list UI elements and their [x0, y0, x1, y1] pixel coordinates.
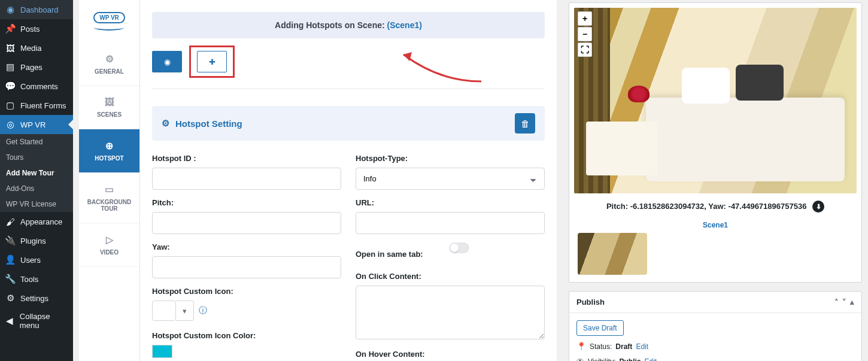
sidebar-label: Posts — [20, 25, 40, 34]
visibility-value: Public — [619, 357, 641, 362]
publish-title: Publish — [576, 298, 605, 307]
key-icon: 📍 — [576, 342, 586, 351]
svg-marker-0 — [403, 52, 412, 61]
preview-controls: + − ⛶ — [578, 11, 592, 57]
label-hotspot-id: Hotspot ID : — [152, 154, 341, 163]
status-row: 📍 Status: Draft Edit — [576, 342, 854, 351]
sidebar-item-appearance[interactable]: 🖌Appearance — [0, 212, 73, 231]
gear-icon: ⚙ — [83, 53, 136, 65]
submenu-get-started[interactable]: Get Started — [0, 134, 73, 150]
eye-icon: 👁 — [576, 357, 584, 361]
sidebar-item-plugins[interactable]: 🔌Plugins — [0, 231, 73, 250]
tab-label: HOTSPOT — [95, 155, 123, 162]
sidebar-label: Settings — [20, 294, 48, 303]
pin-icon: 📌 — [5, 23, 16, 34]
sidebar-item-comments[interactable]: 💬Comments — [0, 77, 73, 96]
tab-hotspot[interactable]: ⊕HOTSPOT — [79, 129, 139, 173]
sidebar-item-wp-vr[interactable]: ◎WP VR — [0, 115, 73, 134]
tab-scenes[interactable]: 🖼SCENES — [79, 86, 139, 129]
title-text: Hotspot Setting — [175, 119, 242, 129]
caret-up-icon[interactable]: ▴ — [850, 298, 854, 307]
preview-panorama[interactable]: + − ⛶ — [574, 8, 857, 193]
sidebar-item-dashboard[interactable]: ◉Dashboard — [0, 0, 73, 19]
on-click-textarea[interactable] — [356, 286, 545, 339]
label-icon-color: Hotspot Custom Icon Color: — [152, 331, 341, 340]
submenu-addons[interactable]: Add-Ons — [0, 181, 73, 196]
field-pitch: Pitch: — [152, 198, 341, 234]
color-swatch[interactable] — [152, 345, 172, 358]
publish-body: Save Draft 📍 Status: Draft Edit 👁 Visibi… — [569, 313, 861, 361]
tab-general[interactable]: ⚙GENERAL — [79, 43, 139, 86]
sidebar-item-fluent-forms[interactable]: ▢Fluent Forms — [0, 96, 73, 115]
pitch-label: Pitch: — [606, 202, 630, 211]
icon-picker-box[interactable] — [152, 301, 176, 321]
label-yaw: Yaw: — [152, 242, 341, 251]
hotspot-id-input[interactable] — [152, 168, 341, 190]
label-url: URL: — [356, 198, 545, 207]
label-on-click: On Click Content: — [356, 272, 545, 281]
sidebar-item-settings[interactable]: ⚙Settings — [0, 289, 73, 308]
chevron-up-icon[interactable]: ˄ — [834, 298, 839, 307]
publish-header-controls: ˄ ˅ ▴ — [834, 298, 854, 307]
form-right-column: Hotspot-Type: Info URL: Open in same tab… — [356, 154, 545, 361]
sidebar-item-collapse[interactable]: ◀Collapse menu — [0, 308, 73, 334]
sidebar-label: Collapse menu — [20, 312, 68, 330]
adding-hotspot-banner: Adding Hotspots on Scene: (Scene1) — [152, 12, 545, 38]
pitch-input[interactable] — [152, 212, 341, 234]
field-custom-icon: Hotspot Custom Icon: ▾ ⓘ — [152, 287, 341, 323]
tab-video[interactable]: ▷VIDEO — [79, 223, 139, 267]
scene-thumbnail[interactable] — [578, 233, 647, 275]
plugin-logo: WP VR — [87, 0, 131, 43]
download-coords-button[interactable]: ⬇ — [812, 201, 824, 213]
url-input[interactable] — [356, 212, 545, 234]
icon-picker-dropdown[interactable]: ▾ — [176, 301, 194, 321]
annotation-arrow-icon — [391, 45, 487, 93]
zoom-out-button[interactable]: − — [578, 27, 592, 41]
publish-metabox: Publish ˄ ˅ ▴ Save Draft 📍 Status: Draft… — [569, 291, 862, 361]
visibility-edit-link[interactable]: Edit — [644, 357, 657, 362]
wp-admin-sidebar: ◉Dashboard 📌Posts 🖼Media ▤Pages 💬Comment… — [0, 0, 73, 361]
add-hotspot-button[interactable]: ✚ — [197, 51, 227, 72]
hotspot-setting-title: ⚙Hotspot Setting — [162, 118, 242, 129]
status-value: Draft — [615, 342, 632, 351]
pitch-value: -6.181528623094732 — [630, 202, 705, 211]
yaw-input[interactable] — [152, 256, 341, 278]
sidebar-item-media[interactable]: 🖼Media — [0, 38, 73, 57]
sidebar-item-posts[interactable]: 📌Posts — [0, 19, 73, 38]
submenu-add-new-tour[interactable]: Add New Tour — [0, 165, 73, 181]
field-on-click: On Click Content: — [356, 272, 545, 341]
submenu-license[interactable]: WP VR License — [0, 196, 73, 212]
sidebar-label: Media — [20, 44, 41, 53]
field-icon-color: Hotspot Custom Icon Color: — [152, 331, 341, 360]
device-icon: ▭ — [83, 184, 136, 195]
logo-swoosh-icon — [94, 25, 124, 31]
video-icon: ▷ — [83, 234, 136, 245]
submenu-tours[interactable]: Tours — [0, 150, 73, 165]
tab-background-tour[interactable]: ▭BACKGROUND TOUR — [79, 173, 139, 223]
field-open-same-tab: Open in same tab: — [356, 242, 545, 263]
hotspot-tab-active[interactable]: ◉ — [152, 51, 182, 72]
chevron-down-icon[interactable]: ˅ — [842, 298, 846, 307]
wrench-icon: 🔧 — [5, 274, 16, 284]
scene-thumbnail-label[interactable]: Scene1 — [574, 221, 857, 229]
open-same-tab-toggle[interactable] — [449, 242, 469, 253]
editor-panel: Adding Hotspots on Scene: (Scene1) ◉ ✚ ⚙… — [140, 0, 557, 361]
vertical-tabs: WP VR ⚙GENERAL 🖼SCENES ⊕HOTSPOT ▭BACKGRO… — [79, 0, 140, 361]
sidebar-item-tools[interactable]: 🔧Tools — [0, 269, 73, 289]
info-icon[interactable]: ⓘ — [199, 305, 207, 316]
form-left-column: Hotspot ID : Pitch: Yaw: Hotspot Custom … — [152, 154, 341, 361]
sidebar-label: WP VR — [20, 120, 45, 129]
target-circle-icon: ◉ — [164, 57, 171, 66]
sidebar-item-users[interactable]: 👤Users — [0, 250, 73, 269]
hotspot-type-select[interactable]: Info — [356, 168, 545, 190]
sidebar-item-pages[interactable]: ▤Pages — [0, 57, 73, 77]
save-draft-button[interactable]: Save Draft — [576, 320, 624, 336]
zoom-in-button[interactable]: + — [578, 11, 592, 26]
status-edit-link[interactable]: Edit — [636, 342, 648, 351]
pages-icon: ▤ — [5, 62, 16, 72]
banner-scene-link[interactable]: (Scene1) — [387, 20, 422, 30]
icon-picker: ▾ ⓘ — [152, 301, 207, 321]
delete-hotspot-button[interactable]: 🗑 — [515, 113, 535, 134]
fullscreen-button[interactable]: ⛶ — [578, 43, 592, 57]
form-icon: ▢ — [5, 100, 16, 111]
